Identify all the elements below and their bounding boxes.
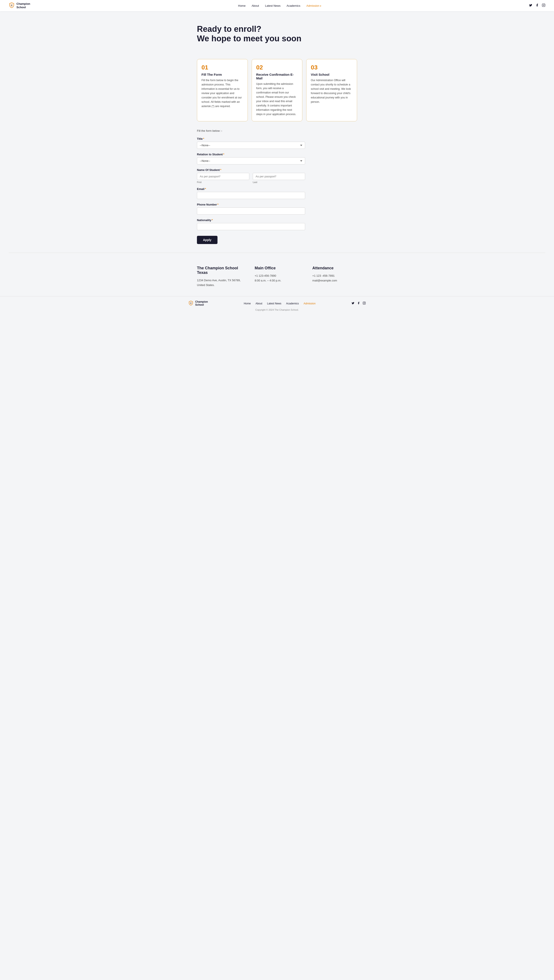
step-3-title: Visit School: [311, 73, 352, 76]
title-group: Title* --None-- Mr. Mrs. Ms. Dr.: [197, 137, 305, 149]
nav-admission[interactable]: Admission: [306, 4, 321, 7]
footer-instagram-link[interactable]: [363, 302, 366, 305]
name-row: First Last: [197, 173, 305, 183]
first-name-field: First: [197, 173, 249, 183]
footer-social-links: [352, 302, 366, 305]
relation-group: Relation to Student* --None-- Parent Gua…: [197, 153, 305, 164]
svg-rect-4: [363, 302, 366, 304]
footer-nav-about[interactable]: About: [256, 302, 262, 305]
last-name-field: Last: [253, 173, 305, 183]
last-name-input[interactable]: [253, 173, 305, 180]
footer-logo-icon: C: [188, 301, 193, 306]
attendance-email[interactable]: mail@example.com: [312, 278, 357, 283]
footer-nav-admission[interactable]: Admission: [304, 302, 315, 305]
student-name-group: Name Of Student* First Last: [197, 168, 305, 183]
step-3-card: 03 Visit School Our Administration Offic…: [306, 59, 357, 121]
phone-group: Phone Number*: [197, 203, 305, 215]
logo-icon: C: [9, 2, 15, 9]
main-office-phone[interactable]: +1 123-456-7890: [255, 274, 299, 278]
nationality-group: Nationality*: [197, 218, 305, 230]
footer-brand-logo: C Champion School: [188, 300, 208, 306]
step-3-desc: Our Administration Office will contact y…: [311, 78, 352, 104]
step-3-number: 03: [311, 64, 352, 71]
form-section: Fill the form below :- Title* --None-- M…: [188, 129, 366, 253]
last-sublabel: Last: [253, 181, 305, 183]
footer-nav-home[interactable]: Home: [244, 302, 251, 305]
email-label: Email*: [197, 187, 305, 191]
footer-col3-heading: Attendance: [312, 266, 357, 270]
student-name-label: Name Of Student*: [197, 168, 305, 172]
footer-nav-academics[interactable]: Academics: [286, 302, 299, 305]
relation-label: Relation to Student*: [197, 153, 305, 156]
svg-text:C: C: [190, 302, 191, 304]
footer-copyright: Copyright © 2024 The Champion School.: [9, 306, 545, 315]
step-1-number: 01: [202, 64, 243, 71]
steps-row: 01 Fill The Form Fill the form below to …: [188, 59, 366, 121]
step-2-card: 02 Receive Confirmation E-Mail Upon subm…: [252, 59, 302, 121]
social-links: [529, 3, 545, 8]
email-input[interactable]: [197, 192, 305, 199]
step-1-title: Fill The Form: [202, 73, 243, 76]
facebook-link[interactable]: [535, 3, 539, 8]
footer-col-address: The Champion School Texas 1234 Demo Ave,…: [197, 266, 242, 288]
phone-label: Phone Number*: [197, 203, 305, 206]
footer-col1-heading: The Champion School Texas: [197, 266, 242, 275]
footer-nav-latest-news[interactable]: Latest News: [267, 302, 281, 305]
footer-facebook-link[interactable]: [357, 302, 360, 305]
nav-about[interactable]: About: [252, 4, 259, 7]
brand-logo[interactable]: C Champion School: [9, 2, 30, 9]
nav-links: Home About Latest News Academics Admissi…: [238, 4, 321, 7]
footer-brand-name: Champion School: [195, 300, 208, 306]
main-office-hours: 8:00 a.m. – 4:00 p.m.: [255, 278, 299, 283]
relation-select[interactable]: --None-- Parent Guardian Sibling: [197, 157, 305, 164]
brand-name: Champion School: [16, 2, 30, 9]
first-sublabel: First: [197, 181, 249, 183]
first-name-input[interactable]: [197, 173, 249, 180]
step-2-desc: Upon submitting the admission form, you …: [256, 82, 298, 116]
form-intro: Fill the form below :-: [197, 129, 357, 132]
svg-text:C: C: [11, 4, 13, 6]
apply-button[interactable]: Apply: [197, 236, 218, 244]
step-1-desc: Fill the form below to begin the admissi…: [202, 78, 243, 108]
attendance-phone[interactable]: +1 123 -456-7891: [312, 274, 357, 278]
footer-col2-heading: Main Office: [255, 266, 299, 270]
footer-upper: The Champion School Texas 1234 Demo Ave,…: [188, 253, 366, 296]
nav-academics[interactable]: Academics: [287, 4, 300, 7]
svg-rect-1: [542, 4, 545, 7]
nav-latest-news[interactable]: Latest News: [265, 4, 281, 7]
step-2-number: 02: [256, 64, 298, 71]
title-label: Title*: [197, 137, 305, 140]
footer-bottom-inner: C Champion School Home About Latest News…: [188, 300, 366, 306]
title-select[interactable]: --None-- Mr. Mrs. Ms. Dr.: [197, 142, 305, 149]
nationality-label: Nationality*: [197, 218, 305, 222]
nationality-input[interactable]: [197, 223, 305, 230]
footer-twitter-link[interactable]: [352, 302, 355, 305]
step-1-card: 01 Fill The Form Fill the form below to …: [197, 59, 248, 121]
admission-form: Title* --None-- Mr. Mrs. Ms. Dr. Relatio…: [197, 137, 305, 244]
hero-headline: Ready to enroll? We hope to meet you soo…: [197, 24, 357, 44]
footer-bottom: C Champion School Home About Latest News…: [0, 296, 554, 318]
twitter-link[interactable]: [529, 3, 532, 8]
navbar: C Champion School Home About Latest News…: [0, 0, 554, 11]
footer-col-attendance: Attendance +1 123 -456-7891 mail@example…: [312, 266, 357, 288]
phone-input[interactable]: [197, 207, 305, 215]
email-group: Email*: [197, 187, 305, 199]
footer-address: 1234 Demo Ave, Austin, TX 56789, United …: [197, 278, 242, 288]
footer-nav-links: Home About Latest News Academics Admissi…: [244, 302, 315, 305]
instagram-link[interactable]: [542, 3, 545, 8]
step-2-title: Receive Confirmation E-Mail: [256, 73, 298, 80]
nav-home[interactable]: Home: [238, 4, 246, 7]
footer-col-office: Main Office +1 123-456-7890 8:00 a.m. – …: [255, 266, 299, 288]
hero-section: Ready to enroll? We hope to meet you soo…: [188, 11, 366, 59]
